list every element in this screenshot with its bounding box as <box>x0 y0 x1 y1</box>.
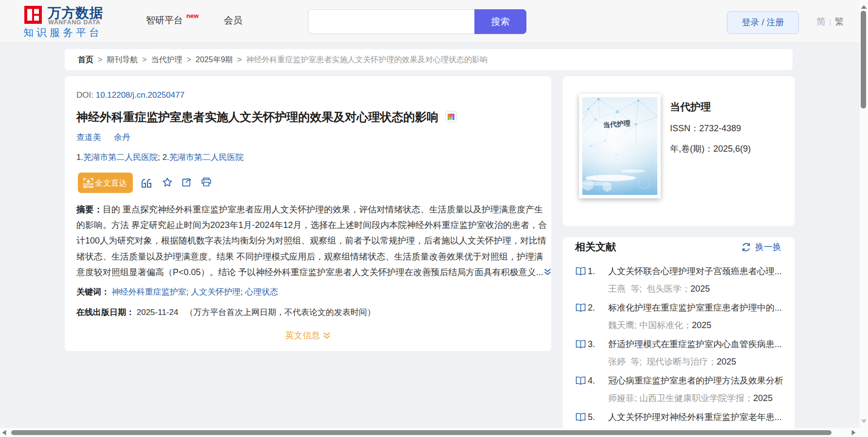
svg-text:free: free <box>85 184 93 189</box>
